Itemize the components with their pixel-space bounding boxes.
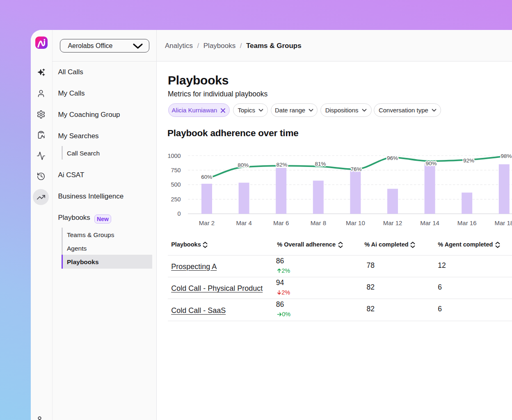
svg-text:500: 500 [171, 181, 181, 188]
svg-text:60%: 60% [201, 174, 212, 180]
svg-text:Mar 2: Mar 2 [199, 219, 215, 226]
svg-text:98%: 98% [501, 153, 512, 159]
svg-text:Mar 14: Mar 14 [420, 219, 439, 226]
svg-text:Mar 12: Mar 12 [383, 219, 402, 226]
svg-text:1000: 1000 [167, 153, 181, 159]
svg-text:90%: 90% [425, 160, 437, 167]
svg-text:750: 750 [171, 167, 181, 173]
svg-text:Mar 16: Mar 16 [457, 219, 477, 226]
svg-text:76%: 76% [350, 166, 361, 172]
svg-text:250: 250 [171, 196, 181, 203]
svg-text:Mar 10: Mar 10 [346, 219, 365, 226]
svg-text:0: 0 [178, 210, 181, 217]
svg-text:81%: 81% [315, 161, 326, 167]
svg-text:Mar 8: Mar 8 [311, 219, 326, 226]
svg-text:96%: 96% [387, 155, 398, 161]
svg-text:82%: 82% [276, 162, 287, 168]
svg-text:Mar 18: Mar 18 [494, 219, 512, 226]
svg-text:Mar 4: Mar 4 [236, 219, 251, 226]
svg-text:80%: 80% [238, 162, 249, 168]
svg-text:92%: 92% [463, 158, 474, 164]
svg-text:Mar 6: Mar 6 [273, 219, 289, 226]
